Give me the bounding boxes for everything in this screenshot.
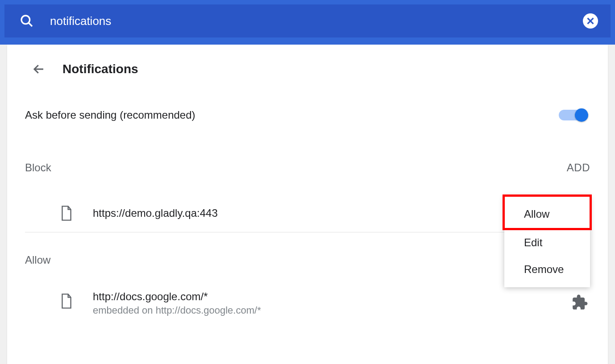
page-header: Notifications	[30, 61, 590, 78]
clear-search-button[interactable]	[583, 13, 598, 29]
allow-item-subtext: embedded on http://docs.google.com/*	[93, 305, 571, 316]
allow-section-label: Allow	[25, 254, 50, 266]
menu-item-allow[interactable]: Allow	[504, 196, 590, 229]
close-icon	[586, 16, 595, 26]
allow-list-item[interactable]: http://docs.google.com/* embedded on htt…	[25, 284, 590, 327]
ask-before-sending-row: Ask before sending (recommended)	[25, 109, 590, 121]
svg-point-0	[21, 16, 30, 24]
toggle-knob	[575, 108, 588, 122]
search-bar	[4, 4, 611, 37]
back-button[interactable]	[30, 61, 47, 78]
block-add-button[interactable]: ADD	[567, 161, 590, 174]
settings-page: Notifications Ask before sending (recomm…	[7, 45, 608, 364]
block-section-header: Block ADD	[25, 161, 590, 174]
block-section-label: Block	[25, 161, 51, 174]
page-title: Notifications	[62, 62, 138, 76]
extension-icon	[571, 294, 588, 313]
ask-before-sending-label: Ask before sending (recommended)	[25, 109, 195, 121]
document-icon	[60, 293, 73, 309]
allow-item-text: http://docs.google.com/* embedded on htt…	[93, 290, 571, 316]
search-icon	[20, 14, 34, 28]
search-bar-outer	[0, 0, 615, 45]
menu-item-edit[interactable]: Edit	[504, 229, 590, 256]
arrow-left-icon	[32, 62, 46, 76]
document-icon	[60, 205, 73, 221]
svg-line-1	[29, 23, 32, 26]
search-input[interactable]	[50, 14, 583, 28]
ask-before-sending-toggle[interactable]	[559, 110, 587, 120]
menu-item-remove[interactable]: Remove	[504, 256, 590, 283]
context-menu: Allow Edit Remove	[504, 196, 590, 287]
allow-item-url: http://docs.google.com/*	[93, 290, 571, 303]
block-list-item[interactable]: https://demo.gladly.qa:443 Allow Edit Re…	[25, 199, 590, 232]
